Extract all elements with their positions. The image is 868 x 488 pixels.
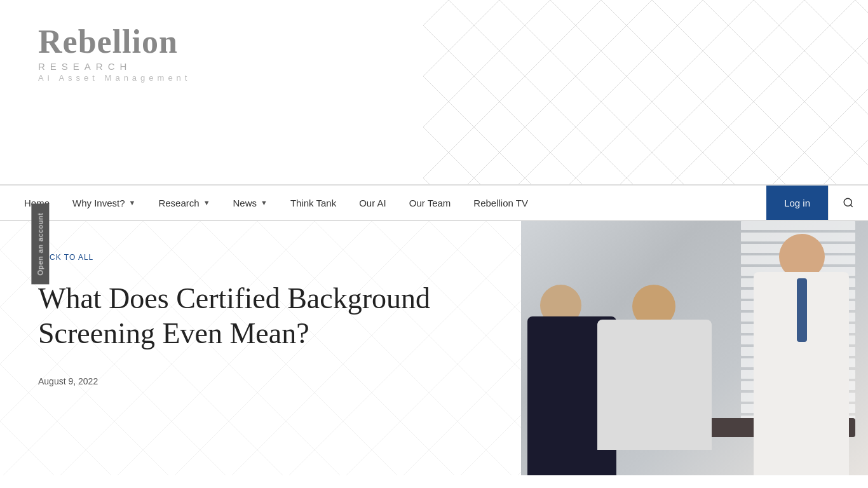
article-content: BACK TO ALL What Does Certified Backgrou… <box>0 221 521 475</box>
chevron-down-icon: ▼ <box>129 199 136 207</box>
svg-point-2 <box>844 198 851 206</box>
content-area: BACK TO ALL What Does Certified Backgrou… <box>0 221 868 475</box>
person-2 <box>754 234 849 475</box>
article-hero-image <box>521 221 868 475</box>
article-title: What Does Certified Background Screening… <box>38 281 451 351</box>
logo-sub2-text: Ai Asset Management <box>38 73 830 83</box>
nav-items-container: Home Why Invest? ▼ Research ▼ News ▼ Thi… <box>0 186 766 220</box>
hero-image-bg <box>521 221 868 475</box>
logo[interactable]: Rebellion RESEARCH Ai Asset Management <box>38 25 830 83</box>
open-account-tab[interactable]: Open an account <box>31 204 49 285</box>
nav-item-rebellion-tv[interactable]: Rebellion TV <box>462 186 539 220</box>
logo-main-text: Rebellion <box>38 25 830 58</box>
nav-item-think-tank[interactable]: Think Tank <box>279 186 348 220</box>
login-button[interactable]: Log in <box>766 186 828 220</box>
person-3 <box>597 285 712 450</box>
search-button[interactable] <box>828 186 868 220</box>
main-nav: Home Why Invest? ▼ Research ▼ News ▼ Thi… <box>0 184 868 221</box>
nav-item-research[interactable]: Research ▼ <box>147 186 221 220</box>
nav-item-news[interactable]: News ▼ <box>222 186 279 220</box>
chevron-down-icon: ▼ <box>203 199 210 207</box>
search-icon <box>843 197 854 208</box>
svg-line-3 <box>850 205 852 207</box>
nav-item-our-ai[interactable]: Our AI <box>348 186 398 220</box>
back-to-all-link[interactable]: BACK TO ALL <box>38 253 483 262</box>
chevron-down-icon: ▼ <box>261 199 268 207</box>
nav-item-our-team[interactable]: Our Team <box>398 186 463 220</box>
site-header: Rebellion RESEARCH Ai Asset Management <box>0 0 868 184</box>
article-date: August 9, 2022 <box>38 376 483 386</box>
logo-sub1-text: RESEARCH <box>38 61 830 72</box>
nav-item-why-invest[interactable]: Why Invest? ▼ <box>61 186 147 220</box>
